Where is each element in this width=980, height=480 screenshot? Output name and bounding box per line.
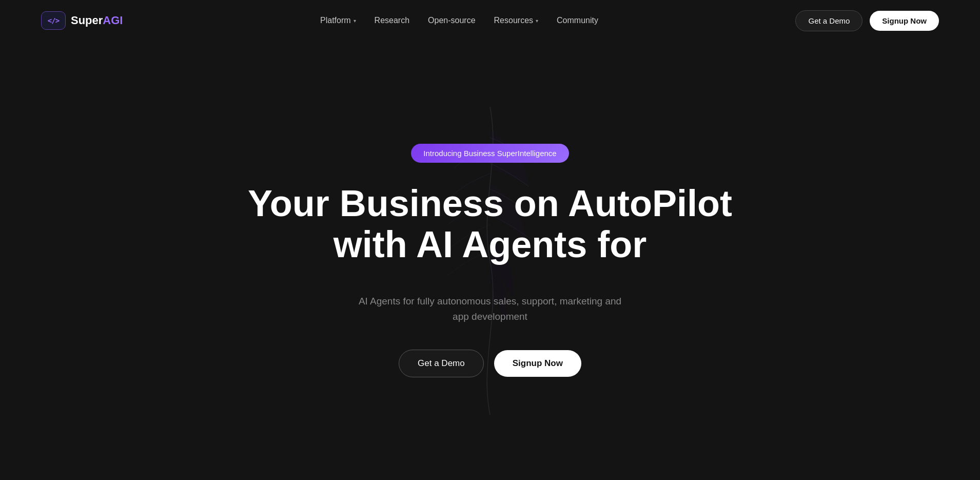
hero-headline: Your Business on AutoPilot with AI Agent… bbox=[208, 183, 772, 264]
hero-signup-button[interactable]: Signup Now bbox=[494, 350, 581, 377]
nav-item-resources[interactable]: Resources ▾ bbox=[494, 16, 538, 25]
hero-get-demo-button[interactable]: Get a Demo bbox=[399, 350, 484, 377]
nav-links: Platform ▾ Research Open-source Resource… bbox=[320, 16, 598, 25]
nav-item-open-source[interactable]: Open-source bbox=[428, 16, 476, 25]
chevron-down-icon: ▾ bbox=[536, 18, 538, 24]
nav-signup-button[interactable]: Signup Now bbox=[870, 11, 939, 31]
nav-item-platform[interactable]: Platform ▾ bbox=[320, 16, 356, 25]
nav-item-research[interactable]: Research bbox=[375, 16, 409, 25]
navigation: </> SuperAGI Platform ▾ Research Open-so… bbox=[0, 0, 980, 41]
logo-text: SuperAGI bbox=[71, 14, 123, 27]
hero-buttons: Get a Demo Signup Now bbox=[399, 350, 581, 377]
nav-actions: Get a Demo Signup Now bbox=[795, 10, 939, 31]
logo[interactable]: </> SuperAGI bbox=[41, 11, 123, 30]
hero-badge: Introducing Business SuperIntelligence bbox=[411, 144, 569, 163]
nav-item-community[interactable]: Community bbox=[557, 16, 598, 25]
nav-get-demo-button[interactable]: Get a Demo bbox=[795, 10, 863, 31]
hero-content: Introducing Business SuperIntelligence Y… bbox=[208, 144, 772, 377]
chevron-down-icon: ▾ bbox=[354, 18, 356, 24]
logo-icon: </> bbox=[41, 11, 66, 30]
hero-subtext: AI Agents for fully autonomous sales, su… bbox=[359, 294, 621, 325]
hero-section: Introducing Business SuperIntelligence Y… bbox=[0, 41, 980, 480]
